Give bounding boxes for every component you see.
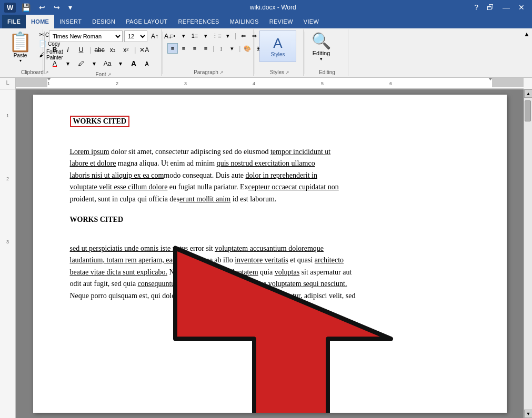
align-left-button[interactable]: ≡ (167, 43, 178, 54)
editing-button[interactable]: 🔍 Editing ▾ (309, 30, 333, 63)
scrollbar-track[interactable] (524, 98, 532, 410)
main-area: 1 2 3 WORKS CITED Lorem ipsum dolor sit … (0, 89, 532, 418)
justify-button[interactable]: ≡ (200, 43, 211, 54)
text-size-shrink-btn[interactable]: A (141, 58, 153, 69)
scroll-up-button[interactable]: ▲ (524, 89, 532, 98)
paragraph1: Lorem ipsum dolor sit amet, consectetur … (70, 146, 470, 205)
tab-insert[interactable]: INSERT (54, 15, 87, 28)
redo-icon[interactable]: ↪ (51, 2, 63, 13)
editing-dropdown-icon[interactable]: ▾ (320, 56, 323, 62)
change-case-dropdown-btn[interactable]: ▾ (115, 58, 126, 69)
tab-design[interactable]: DESIGN (87, 15, 121, 28)
collapse-ribbon-button[interactable]: ▲ (524, 30, 530, 38)
heading1-selected: WORKS CITED (70, 116, 130, 127)
ruler-main: 1 2 3 4 5 6 (16, 78, 524, 89)
ruler-mark-1: 1 (47, 81, 50, 86)
shading-button[interactable]: 🎨 (242, 43, 253, 54)
numbering-dropdown-btn[interactable]: ▾ (200, 30, 211, 41)
voluptatem-underlined: voluptatem accusantium doloremque (215, 244, 324, 252)
paste-button[interactable]: 📋 Paste ▾ (5, 30, 35, 68)
right-scrollbar: ▲ ▼ (524, 89, 532, 418)
tab-references[interactable]: REFERENCES (173, 15, 225, 28)
ruler-mark-6: 6 (389, 81, 392, 86)
font-dropdown-btn[interactable]: ▾ (62, 58, 74, 69)
ruler-scroll-corner (524, 78, 532, 89)
paste-icon: 📋 (8, 33, 32, 52)
font-expand-icon[interactable]: ↗ (107, 72, 112, 77)
underline-button[interactable]: U (75, 44, 87, 56)
scroll-down-button[interactable]: ▼ (524, 410, 532, 418)
text-color-button[interactable]: A (49, 58, 61, 69)
subscript-button[interactable]: x₂ (107, 44, 118, 56)
font-color-dropdown-btn[interactable]: ▾ (88, 58, 100, 69)
help-btn[interactable]: ? (471, 3, 481, 12)
change-case-button[interactable]: Aa (102, 58, 113, 69)
ruler-tab-marker (46, 78, 52, 80)
beatae-underlined: beatae vitae dicta sunt explicabo. (70, 268, 167, 276)
undo-icon[interactable]: ↩ (36, 2, 48, 13)
architecto-underlined: architecto (315, 256, 344, 264)
restore-btn[interactable]: 🗗 (484, 3, 497, 12)
paragraph-label: Paragraph ↗ (167, 68, 250, 75)
customize-icon[interactable]: ▾ (66, 2, 75, 13)
heading2-container: WORKS CITED (70, 216, 470, 235)
save-icon[interactable]: 💾 (19, 2, 33, 13)
editing-label: Editing (309, 68, 345, 75)
numbering-button[interactable]: 1≡ (189, 30, 200, 41)
font-row2: B I U | abc x₂ x² | ✕A (49, 44, 150, 56)
font-size-select[interactable]: 12 (124, 30, 147, 42)
tab-view[interactable]: VIEW (298, 15, 324, 28)
scrollbar-thumb[interactable] (525, 100, 531, 121)
ruler-mark-5: 5 (321, 81, 324, 86)
left-ruler-mark-2: 2 (6, 176, 9, 181)
styles-button[interactable]: A Styles (259, 30, 296, 62)
decrease-indent-button[interactable]: ⇐ (238, 30, 248, 41)
quis-underlined: quis nostrud exercitation ullamco (217, 159, 315, 167)
ratione-underlined: ratione (246, 280, 266, 288)
ruler-mark-2: 2 (116, 81, 118, 86)
ruler-side-left: L (0, 78, 16, 89)
document-scroll-area[interactable]: WORKS CITED Lorem ipsum dolor sit amet, … (16, 89, 524, 418)
laboris-underlined: laboris nisi ut aliquip ex ea com (70, 171, 164, 179)
styles-expand-icon[interactable]: ↗ (285, 70, 289, 75)
font-label: Font ↗ (49, 70, 158, 77)
ruler-mark-3: 3 (184, 81, 187, 86)
editing-icon: 🔍 (312, 32, 331, 50)
tab-file[interactable]: FILE (2, 15, 26, 28)
font-name-select[interactable]: Times New Roman (49, 30, 123, 42)
window-title: wiki.docx - Word (75, 4, 471, 11)
paragraph-group: ≡• ▾ 1≡ ▾ ⋮≡ ▾ | ⇐ ⇒ ↕A ¶ ≡ ≡ ≡ ≡ | ↕ ▾ … (164, 29, 254, 76)
strikethrough-button[interactable]: abc (94, 44, 105, 56)
align-right-button[interactable]: ≡ (189, 43, 200, 54)
tab-mailings[interactable]: MAILINGS (225, 15, 264, 28)
tab-home[interactable]: HOME (26, 15, 54, 28)
paragraph-expand-icon[interactable]: ↗ (219, 70, 224, 75)
line-spacing-dropdown-btn[interactable]: ▾ (227, 43, 237, 54)
close-btn[interactable]: ✕ (515, 3, 528, 12)
tab-review[interactable]: REVIEW (264, 15, 298, 28)
minimize-btn[interactable]: — (499, 3, 513, 12)
increase-font-size-button[interactable]: A↑ (149, 30, 160, 42)
superscript-button[interactable]: x² (120, 44, 132, 56)
paste-dropdown-icon[interactable]: ▾ (19, 58, 22, 63)
italic-button[interactable]: I (62, 44, 74, 56)
left-ruler-mark-1: 1 (6, 113, 9, 118)
multilevel-list-button[interactable]: ⋮≡ (212, 30, 222, 41)
bullets-dropdown-btn[interactable]: ▾ (178, 30, 189, 41)
bold-button[interactable]: B (49, 44, 61, 56)
clear-format-button[interactable]: ✕A (138, 44, 150, 56)
dolor-underlined: dolor in reprehenderit in (246, 171, 317, 179)
line-spacing-button[interactable]: ↕ (216, 43, 226, 54)
title-bar: W 💾 ↩ ↪ ▾ wiki.docx - Word ? 🗗 — ✕ (0, 0, 532, 15)
multilevel-dropdown-btn[interactable]: ▾ (223, 30, 233, 41)
align-center-button[interactable]: ≡ (178, 43, 189, 54)
tab-page-layout[interactable]: PAGE LAYOUT (121, 15, 173, 28)
highlight-button[interactable]: 🖊 (75, 58, 87, 69)
bullets-button[interactable]: ≡• (167, 30, 178, 41)
para1-text: Lorem ipsum dolor sit amet, consectetur … (70, 148, 339, 203)
voluptatem3-underlined: voluptatem sequi nesciunt. (268, 280, 347, 288)
text-size-grow-btn[interactable]: A (128, 58, 139, 69)
paragraph2: sed ut perspiciatis unde omnis iste natu… (70, 243, 470, 302)
dolores-underlined: dolores eos (199, 280, 233, 288)
lorem-underlined: Lorem ipsum (70, 148, 109, 156)
